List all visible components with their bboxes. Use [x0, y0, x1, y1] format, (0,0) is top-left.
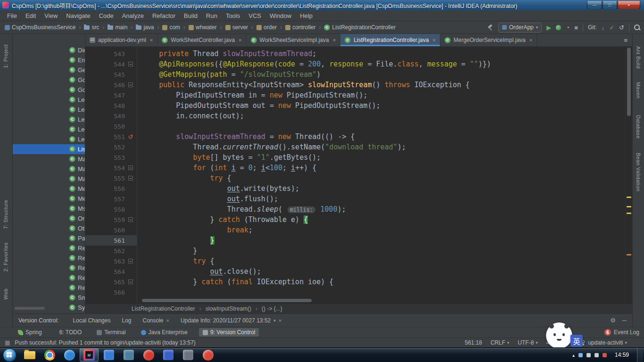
vertical-scrollbar-thumb[interactable] [627, 48, 631, 116]
breadcrumb-item[interactable]: java [135, 24, 155, 31]
gutter-line[interactable]: 555 [85, 173, 137, 183]
fold-icon[interactable] [127, 82, 134, 88]
code-line[interactable]: break; [142, 225, 626, 235]
tray-shield-icon[interactable] [578, 353, 583, 357]
code-line[interactable]: in.connect(out); [142, 111, 626, 121]
error-stripe-mark[interactable] [627, 206, 631, 207]
taskbar-app-app-indigo[interactable] [159, 348, 178, 362]
project-tree-item[interactable]: CPayV [13, 233, 85, 243]
code-line[interactable]: try { [142, 173, 626, 183]
project-tree-item[interactable]: CMete [13, 194, 85, 204]
breadcrumb-item[interactable]: CspOmsBusinessService [4, 24, 76, 31]
tool-strip-button[interactable]: 1: Project [3, 44, 8, 68]
tool-strip-button[interactable]: Maven [636, 82, 641, 99]
project-tree-item[interactable]: CGeo [13, 65, 85, 75]
gutter-line[interactable]: 551↺ [85, 132, 137, 142]
project-tree-item[interactable]: CLeak [13, 134, 85, 144]
taskbar-app-app-gray[interactable] [179, 348, 198, 362]
tray-expand-icon[interactable]: ▴ [572, 353, 575, 358]
caret-position-widget[interactable]: 561:18 [465, 339, 482, 346]
breadcrumb-item[interactable]: com [161, 24, 181, 31]
fold-icon[interactable] [127, 258, 134, 264]
horizontal-scrollbar-thumb[interactable] [142, 299, 312, 302]
fold-icon[interactable] [127, 216, 134, 223]
breadcrumb-item[interactable]: CListRegistrationController [323, 24, 396, 31]
project-tree-item[interactable]: COrde [13, 214, 85, 223]
error-stripe-mark[interactable] [627, 197, 631, 198]
code-line[interactable]: for (int i = 0; i<100; i++) { [142, 163, 626, 173]
code-line[interactable]: Thread.currentThread().setName("download… [142, 142, 626, 152]
gutter-line[interactable]: 546 [85, 80, 137, 90]
code-line[interactable]: out.write(bytes); [142, 183, 626, 194]
gear-icon[interactable]: ⚙ [610, 317, 616, 324]
gutter-line[interactable]: 563 [85, 256, 137, 266]
tab-close-icon[interactable]: × [150, 37, 153, 43]
code-line[interactable] [142, 121, 626, 132]
debug-button[interactable] [556, 25, 561, 30]
fold-icon[interactable] [127, 61, 134, 67]
coverage-icon[interactable]: ◔ [566, 25, 570, 31]
run-button[interactable]: ▶ [546, 25, 551, 31]
git-revert-icon[interactable]: ↺ [619, 25, 624, 31]
menu-item-tools[interactable]: Tools [222, 11, 244, 20]
tray-volume-icon[interactable] [586, 353, 591, 357]
tab-close-icon[interactable]: × [239, 37, 241, 43]
git-update-icon[interactable]: ↓ [602, 25, 605, 31]
taskbar-app-app-steel[interactable] [119, 348, 138, 362]
code-line[interactable]: out.flush(); [142, 194, 626, 204]
build-hammer-icon[interactable] [487, 25, 494, 31]
project-tree-item[interactable]: CMsg [13, 204, 85, 214]
breadcrumb-item[interactable]: main [107, 24, 128, 31]
code-line[interactable]: private Thread slowInputStreamThread; [142, 49, 626, 59]
taskbar-app-intellij-idea[interactable]: IJ [80, 348, 99, 362]
taskbar-app-windows-explorer[interactable] [20, 348, 39, 362]
fold-icon[interactable] [127, 165, 134, 171]
menu-item-file[interactable]: File [3, 11, 21, 20]
title-bar[interactable]: CspOms [D:\github项目\CspOms] - ...\CspOms… [0, 0, 644, 10]
tool-window-tab[interactable]: Local Changes [68, 315, 115, 326]
gutter-line[interactable]: 558 [85, 204, 137, 214]
code-line[interactable]: out.close(); [142, 266, 626, 277]
code-line[interactable]: @ApiResponses({@ApiResponse(code = 200, … [142, 59, 626, 69]
gutter-line[interactable]: 564 [85, 266, 137, 277]
tool-window-button[interactable]: Spring [14, 328, 46, 337]
close-tab-icon[interactable]: × [279, 318, 281, 323]
editor-tab[interactable]: application-dev.yml× [85, 34, 157, 46]
dropdown-caret-icon[interactable]: ▾ [273, 318, 276, 323]
project-tree-item[interactable]: CDicti [13, 45, 85, 55]
error-stripe-mark[interactable] [627, 254, 631, 255]
menu-item-edit[interactable]: Edit [21, 11, 40, 20]
taskbar-clock[interactable]: 14:59 [611, 352, 633, 358]
tray-network-icon[interactable] [594, 353, 599, 357]
editor-tab[interactable]: CWorkSheetController.java× [157, 34, 246, 46]
stop-button[interactable]: ■ [574, 25, 578, 31]
editor-breadcrumb-item[interactable]: slowInputStream() [205, 305, 252, 312]
tool-window-button[interactable]: 9: Version Control [199, 328, 259, 337]
start-button[interactable] [3, 348, 17, 362]
project-tree-item[interactable]: CLeak [13, 124, 85, 134]
fold-icon[interactable] [127, 279, 134, 285]
toolwindow-switcher-icon[interactable]: ▦ [5, 339, 10, 346]
minimize-button[interactable]: — [587, 1, 602, 9]
hide-toolwindow-icon[interactable]: ─ [622, 317, 627, 324]
tool-window-button[interactable]: Terminal [93, 328, 129, 337]
close-tab-icon[interactable]: × [166, 318, 169, 323]
tool-strip-button[interactable]: 2: Favorites [3, 242, 8, 272]
git-commit-icon[interactable]: ✓ [609, 25, 614, 31]
error-stripe-mark[interactable] [627, 213, 631, 214]
tab-list-icon[interactable]: ≡ [619, 34, 632, 46]
gutter-line[interactable]: 545 [85, 69, 137, 80]
tool-window-tab[interactable]: Log [117, 315, 136, 326]
tool-strip-button[interactable]: 7: Structure [3, 200, 8, 229]
project-tree-item[interactable]: CLeak [13, 95, 85, 105]
code-line[interactable]: PipedInputStream in = new PipedInputStre… [142, 90, 626, 100]
breadcrumb-item[interactable]: order [256, 24, 278, 31]
tool-strip-button[interactable]: Bean Validation [636, 153, 641, 191]
gutter-line[interactable]: 552 [85, 142, 137, 152]
gutter-line[interactable]: 554 [85, 163, 137, 173]
menu-item-view[interactable]: View [40, 11, 62, 20]
editor-tab[interactable]: CWorkSheetServiceImpl.java× [247, 34, 341, 46]
editor-tab[interactable]: CMergeOrderServiceImpl.java× [440, 34, 537, 46]
error-stripe[interactable] [625, 47, 632, 304]
menu-item-refactor[interactable]: Refactor [148, 11, 180, 20]
